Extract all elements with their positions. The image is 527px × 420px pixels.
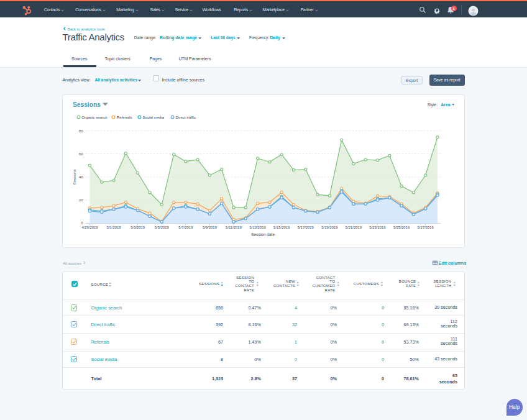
svg-text:5/21/2019: 5/21/2019 <box>346 226 362 229</box>
svg-text:5/9/2019: 5/9/2019 <box>203 226 217 229</box>
svg-text:60: 60 <box>79 152 83 155</box>
svg-text:5/17/2019: 5/17/2019 <box>298 226 314 229</box>
svg-text:5/27/2019: 5/27/2019 <box>418 226 434 229</box>
svg-text:5/5/2019: 5/5/2019 <box>155 226 169 229</box>
svg-text:20: 20 <box>79 198 83 202</box>
svg-text:5/1/2019: 5/1/2019 <box>107 226 121 229</box>
svg-text:0: 0 <box>81 221 83 225</box>
svg-text:5/13/2019: 5/13/2019 <box>249 226 265 229</box>
svg-text:40: 40 <box>79 175 83 178</box>
svg-text:5/11/2019: 5/11/2019 <box>226 226 242 229</box>
svg-text:4/29/2019: 4/29/2019 <box>81 226 98 229</box>
svg-text:5/3/2019: 5/3/2019 <box>131 226 145 229</box>
svg-text:Session date: Session date <box>251 232 275 237</box>
svg-text:80: 80 <box>79 129 83 132</box>
svg-text:5/7/2019: 5/7/2019 <box>178 226 193 229</box>
svg-text:5/25/2019: 5/25/2019 <box>393 226 410 229</box>
svg-text:5/23/2019: 5/23/2019 <box>369 226 385 229</box>
svg-text:Sessions: Sessions <box>72 169 76 185</box>
svg-text:5/15/2019: 5/15/2019 <box>273 226 290 229</box>
svg-text:5/19/2019: 5/19/2019 <box>321 226 337 229</box>
